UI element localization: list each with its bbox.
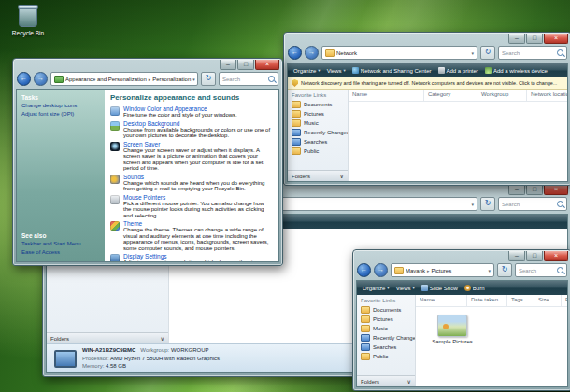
breadcrumb-segment[interactable]: Personalization (152, 77, 191, 82)
refresh-button[interactable]: ↻ (480, 197, 495, 211)
chevron-down-icon[interactable]: ▾ (488, 268, 491, 273)
sample-pictures-item[interactable]: Sample Pictures (431, 315, 474, 344)
link-taskbar-start-menu[interactable]: Taskbar and Start Menu (21, 241, 100, 247)
task-change-desktop-icons[interactable]: Change desktop icons (21, 103, 100, 109)
printer-icon (438, 67, 445, 74)
folder-icon (361, 315, 370, 323)
search-icon (557, 201, 563, 207)
column-rating[interactable]: Rating (562, 295, 567, 306)
recycle-bin[interactable]: Recycle Bin (7, 6, 49, 36)
link-ease-of-access[interactable]: Ease of Access (21, 249, 100, 256)
personalization-address-bar[interactable]: Appearance and Personalization ▸ Persona… (50, 72, 198, 86)
network-sharing-center-button[interactable]: Network and Sharing Center (349, 66, 435, 75)
minimize-button[interactable]: – (508, 251, 525, 261)
computer-search-input[interactable]: Search (498, 197, 567, 211)
pictures-address-bar[interactable]: Mayank ▸ Pictures ▾ (391, 263, 494, 277)
theme-link[interactable]: Theme (123, 220, 273, 227)
chevron-down-icon[interactable]: ▾ (471, 202, 474, 207)
network-search-input[interactable]: Search (498, 46, 567, 60)
personalization-search-input[interactable]: Search (219, 72, 278, 86)
back-button[interactable]: ← (288, 46, 302, 60)
column-date-taken[interactable]: Date taken (467, 295, 507, 306)
maximize-button[interactable]: □ (526, 251, 543, 261)
breadcrumb-segment[interactable]: Mayank (406, 268, 425, 273)
chevron-down-icon[interactable]: ▾ (192, 77, 195, 82)
folder-icon (325, 49, 335, 57)
link-searches[interactable]: Searches (288, 137, 348, 147)
workgroup-value: WORKGROUP (171, 347, 209, 353)
network-folders-band[interactable]: Folders ∨ (288, 170, 348, 181)
link-pictures[interactable]: Pictures (357, 315, 415, 324)
slide-show-button[interactable]: Slide Show (419, 284, 461, 292)
column-size[interactable]: Size (534, 295, 562, 306)
window-color-link[interactable]: Window Color and Appearance (123, 105, 237, 112)
desktop-background-link[interactable]: Desktop Background (123, 120, 273, 127)
back-button[interactable]: ← (17, 72, 31, 86)
network-toolbar: Organize ▾ Views ▾ Network and Sharing C… (288, 63, 567, 77)
link-searches[interactable]: Searches (357, 343, 415, 352)
back-button[interactable]: ← (357, 263, 371, 277)
link-recently-changed[interactable]: Recently Changed (288, 128, 348, 137)
sounds-link[interactable]: Sounds (123, 174, 273, 180)
link-public[interactable]: Public (357, 352, 415, 361)
column-name[interactable]: Name (416, 295, 467, 306)
views-button[interactable]: Views ▾ (393, 285, 418, 292)
link-documents[interactable]: Documents (357, 305, 415, 315)
maximize-button[interactable]: □ (237, 60, 254, 70)
burn-button[interactable]: Burn (462, 284, 488, 292)
folders-label: Folders (292, 174, 310, 179)
forward-button[interactable]: → (374, 263, 388, 277)
organize-button[interactable]: Organize ▾ (291, 67, 323, 75)
close-button[interactable]: × (544, 34, 568, 44)
column-name[interactable]: Name (349, 90, 424, 101)
favorite-links-title: Favorite Links (288, 90, 348, 100)
personalization-address-row: ← → Appearance and Personalization ▸ Per… (13, 71, 282, 89)
link-pictures[interactable]: Pictures (288, 109, 348, 119)
breadcrumb-separator-icon: ▸ (149, 77, 151, 82)
close-button[interactable]: × (544, 251, 568, 261)
pictures-search-input[interactable]: Search (515, 263, 567, 277)
breadcrumb-segment[interactable]: Appearance and Personalization (65, 77, 147, 82)
column-workgroup[interactable]: Workgroup (477, 90, 527, 101)
network-infobar[interactable]: Network discovery and file sharing are t… (288, 77, 567, 90)
column-network-location[interactable]: Network location (527, 90, 567, 101)
refresh-button[interactable]: ↻ (201, 72, 216, 86)
close-button[interactable]: × (255, 60, 279, 70)
breadcrumb-segment[interactable]: Pictures (432, 268, 452, 273)
item-display-settings: Display Settings Adjust your monitor res… (110, 253, 273, 261)
views-button[interactable]: Views ▾ (324, 67, 349, 75)
burn-label: Burn (473, 286, 485, 291)
refresh-button[interactable]: ↻ (497, 263, 512, 277)
add-wireless-device-button[interactable]: Add a wireless device (482, 66, 550, 75)
mouse-pointers-link[interactable]: Mouse Pointers (123, 194, 273, 201)
forward-button[interactable]: → (305, 46, 319, 60)
chevron-down-icon[interactable]: ▾ (471, 50, 474, 56)
organize-button[interactable]: Organize ▾ (360, 285, 392, 292)
minimize-button[interactable]: – (508, 34, 525, 44)
forward-button[interactable]: → (34, 72, 48, 86)
link-public[interactable]: Public (288, 147, 348, 156)
network-address-bar[interactable]: Network ▾ (321, 46, 477, 60)
add-printer-button[interactable]: Add a printer (435, 66, 481, 75)
favorite-links-title: Favorite Links (357, 295, 415, 305)
pictures-folders-band[interactable]: Folders ∨ (357, 375, 415, 386)
link-music[interactable]: Music (288, 119, 348, 128)
column-category[interactable]: Category (424, 90, 477, 101)
maximize-button[interactable]: □ (526, 185, 543, 195)
close-button[interactable]: × (544, 185, 568, 195)
link-music[interactable]: Music (357, 324, 415, 333)
display-settings-link[interactable]: Display Settings (123, 253, 273, 259)
task-adjust-font-size[interactable]: Adjust font size (DPI) (21, 111, 100, 118)
computer-folders-band[interactable]: Folders ∨ (47, 332, 168, 343)
column-tags[interactable]: Tags (507, 295, 534, 306)
screen-saver-link[interactable]: Screen Saver (123, 141, 273, 147)
maximize-button[interactable]: □ (526, 34, 543, 44)
link-recently-changed[interactable]: Recently Changed (357, 333, 415, 343)
link-documents[interactable]: Documents (288, 100, 348, 109)
item-sounds: Sounds Change which sounds are heard whe… (110, 174, 273, 192)
chevron-down-icon: ▾ (413, 286, 415, 290)
recycle-bin-icon (19, 6, 37, 27)
refresh-button[interactable]: ↻ (480, 46, 495, 60)
minimize-button[interactable]: – (508, 185, 525, 195)
minimize-button[interactable]: – (220, 60, 236, 70)
